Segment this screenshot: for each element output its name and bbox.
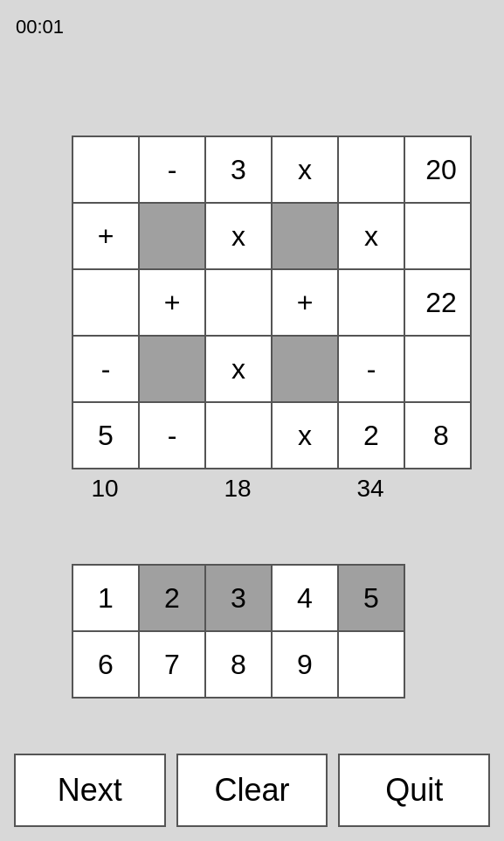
grid-cell-0-2[interactable]: 3 (205, 136, 272, 203)
grid-cell-1-1[interactable] (139, 203, 205, 269)
picker-area: 123456789 (72, 564, 405, 699)
grid-cell-2-0[interactable] (72, 269, 139, 336)
row-label-2: 22 (404, 269, 471, 336)
grid-cell-3-2[interactable]: x (205, 336, 272, 402)
row-label-4: 8 (404, 402, 471, 469)
timer-display: 00:01 (16, 16, 64, 38)
buttons-area: Next Clear Quit (14, 754, 490, 827)
picker-grid: 123456789 (72, 564, 405, 699)
grid-cell-4-3[interactable]: x (272, 402, 338, 469)
grid-cell-3-1[interactable] (139, 336, 205, 402)
picker-cell-1-3[interactable]: 9 (272, 631, 338, 698)
grid-cell-1-4[interactable]: x (338, 203, 404, 269)
grid-cell-2-2[interactable] (205, 269, 272, 336)
picker-cell-0-1[interactable]: 2 (139, 565, 205, 631)
grid-cell-2-1[interactable]: + (139, 269, 205, 336)
grid-cell-3-0[interactable]: - (72, 336, 139, 402)
puzzle-area: -3x20+xx++22-x-5-x28 101834 (72, 136, 472, 503)
col-label-3 (271, 475, 337, 503)
row-label-0: 20 (404, 136, 471, 203)
col-label-0: 10 (72, 475, 138, 503)
grid-cell-0-4[interactable] (338, 136, 404, 203)
grid-cell-3-4[interactable]: - (338, 336, 404, 402)
row-label-1 (404, 203, 471, 269)
row-label-3 (404, 336, 471, 402)
picker-cell-1-0[interactable]: 6 (72, 631, 139, 698)
grid-cell-3-3[interactable] (272, 336, 338, 402)
picker-cell-1-2[interactable]: 8 (205, 631, 272, 698)
next-button[interactable]: Next (14, 754, 166, 827)
grid-cell-4-4[interactable]: 2 (338, 402, 404, 469)
main-grid: -3x20+xx++22-x-5-x28 (72, 136, 472, 469)
col-label-4: 34 (337, 475, 404, 503)
quit-button[interactable]: Quit (338, 754, 490, 827)
picker-cell-0-2[interactable]: 3 (205, 565, 272, 631)
picker-cell-0-0[interactable]: 1 (72, 565, 139, 631)
col-labels: 101834 (72, 475, 472, 503)
grid-cell-1-2[interactable]: x (205, 203, 272, 269)
picker-cell-0-3[interactable]: 4 (272, 565, 338, 631)
picker-cell-0-4[interactable]: 5 (338, 565, 404, 631)
grid-cell-0-3[interactable]: x (272, 136, 338, 203)
grid-cell-1-0[interactable]: + (72, 203, 139, 269)
grid-cell-2-4[interactable] (338, 269, 404, 336)
grid-cell-1-3[interactable] (272, 203, 338, 269)
grid-cell-0-0[interactable] (72, 136, 139, 203)
col-label-2: 18 (204, 475, 271, 503)
grid-cell-4-2[interactable] (205, 402, 272, 469)
grid-wrapper: -3x20+xx++22-x-5-x28 101834 (72, 136, 472, 503)
col-label-1 (138, 475, 204, 503)
grid-cell-4-1[interactable]: - (139, 402, 205, 469)
grid-cell-2-3[interactable]: + (272, 269, 338, 336)
picker-cell-1-1[interactable]: 7 (139, 631, 205, 698)
grid-cell-4-0[interactable]: 5 (72, 402, 139, 469)
clear-button[interactable]: Clear (176, 754, 328, 827)
grid-cell-0-1[interactable]: - (139, 136, 205, 203)
picker-cell-1-4[interactable] (338, 631, 404, 698)
